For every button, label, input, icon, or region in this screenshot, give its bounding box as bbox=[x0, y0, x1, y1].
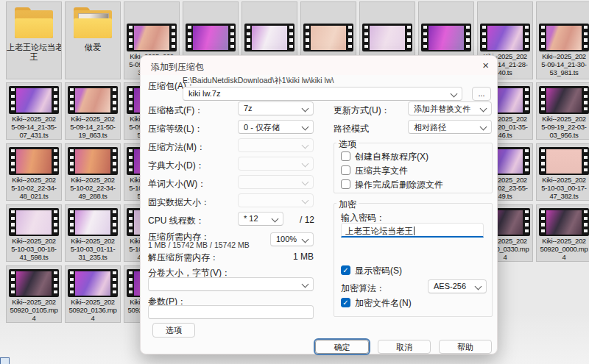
close-icon[interactable]: × bbox=[482, 59, 489, 72]
bottom-left-app-icon[interactable] bbox=[0, 357, 10, 364]
chevron-down-icon bbox=[302, 124, 309, 131]
file-name: Kiki--2025_2025-10-03_00-18-41_598.ts bbox=[7, 238, 61, 261]
update-mode-dropdown[interactable]: 添加并替换文件 bbox=[408, 101, 492, 115]
cpu-threads-label: CPU 线程数： bbox=[148, 215, 205, 227]
algorithm-dropdown[interactable]: AES-256 bbox=[428, 279, 487, 293]
file-name: Kiki--2025_20250920_0000.mp4 bbox=[537, 238, 589, 261]
text-caret bbox=[414, 226, 415, 235]
dictionary-dropdown bbox=[238, 157, 314, 171]
video-thumbnail bbox=[539, 208, 589, 236]
decompress-memory-label: 解压缩所需内存： bbox=[148, 251, 219, 264]
split-size-dropdown[interactable] bbox=[148, 277, 314, 291]
video-thumbnail bbox=[362, 24, 412, 51]
options-group-title: 选项 bbox=[336, 138, 359, 151]
video-thumbnail bbox=[68, 86, 118, 114]
sfx-label[interactable]: 创建自释放程序(X) bbox=[355, 151, 428, 163]
file-tile[interactable]: Kiki--2025_2025-10-02_22-34-48_021.ts bbox=[6, 143, 62, 201]
chevron-down-icon bbox=[302, 236, 309, 243]
path-mode-dropdown[interactable]: 相对路径 bbox=[408, 120, 492, 134]
file-tile[interactable]: Kiki--2025_2025-09-19_22-03-03_956.ts bbox=[536, 82, 589, 140]
help-button[interactable]: 帮助 bbox=[439, 340, 492, 354]
video-thumbnail bbox=[480, 24, 530, 51]
file-name: 上老王论坛当老王 bbox=[7, 43, 61, 62]
show-password-checkbox[interactable]: ✓ bbox=[341, 265, 350, 275]
file-name: Kiki--2025_2025-09-14_21-30-53_981.ts bbox=[537, 53, 589, 76]
file-tile[interactable]: Kiki--2025_20250920_0000.mp4 bbox=[536, 204, 589, 262]
cpu-threads-dropdown[interactable]: * 12 bbox=[238, 212, 283, 226]
path-mode-label: 路径模式 bbox=[334, 123, 369, 135]
cpu-threads-max: / 12 bbox=[300, 215, 314, 225]
folder-tile[interactable]: 上老王论坛当老王 bbox=[6, 1, 62, 79]
file-tile[interactable]: Kiki--2025_2025-09-14_21-30-53_981.ts bbox=[536, 1, 589, 79]
memory-detail: 1 MB / 15742 MB / 15742 MB bbox=[148, 240, 250, 249]
file-tile[interactable]: Kiki--2025_2025-10-02_22-34-49_288.ts bbox=[65, 143, 121, 201]
file-tile[interactable]: Kiki--2025_2025-10-03_01-11-31_235.ts bbox=[65, 204, 121, 262]
file-tile[interactable]: Kiki--2025_2025-09-14_21-35-07_431.ts bbox=[6, 82, 62, 140]
chevron-down-icon bbox=[302, 105, 309, 113]
file-name: Kiki--2025_2025-09-19_22-03-03_956.ts bbox=[537, 115, 589, 139]
chevron-down-icon bbox=[451, 90, 458, 98]
ok-button[interactable]: 确定 bbox=[315, 340, 369, 354]
sfx-checkbox[interactable] bbox=[341, 151, 350, 161]
dictionary-label: 字典大小(D)： bbox=[148, 160, 205, 172]
word-size-dropdown bbox=[238, 175, 314, 189]
show-password-label[interactable]: 显示密码(S) bbox=[355, 265, 402, 277]
video-thumbnail bbox=[539, 86, 589, 114]
parameters-input[interactable] bbox=[148, 305, 314, 319]
chevron-down-icon bbox=[302, 281, 309, 288]
video-thumbnail bbox=[421, 24, 471, 51]
algorithm-label: 加密算法： bbox=[341, 282, 385, 295]
file-tile[interactable]: Kiki--2025_20250920_0105.mp4 bbox=[6, 265, 62, 323]
word-size-label: 单词大小(W)： bbox=[148, 178, 206, 190]
chevron-down-icon bbox=[302, 142, 309, 149]
file-tile[interactable]: Kiki--2025_2025-10-03_00-18-41_598.ts bbox=[6, 204, 62, 262]
video-thumbnail bbox=[186, 24, 236, 51]
video-thumbnail bbox=[68, 147, 118, 175]
file-name: Kiki--2025_2025-10-03_00-17-47_382.ts bbox=[537, 176, 589, 200]
method-dropdown bbox=[238, 138, 314, 152]
encrypt-names-checkbox[interactable]: ✓ bbox=[341, 298, 350, 307]
delete-source-checkbox[interactable] bbox=[341, 179, 350, 189]
file-tile[interactable]: Kiki--2025_2025-09-14_21-50-19_863.ts bbox=[65, 82, 121, 140]
file-tile[interactable]: Kiki--2025_2025-10-03_00-17-47_382.ts bbox=[536, 143, 589, 201]
video-thumbnail bbox=[68, 269, 118, 297]
solid-size-dropdown bbox=[238, 193, 314, 207]
folder-icon bbox=[71, 7, 114, 40]
archive-path: E:\BaiduNetdiskDownload\补1\kiki lw\kiki … bbox=[183, 76, 334, 86]
options-button[interactable]: 选项 bbox=[152, 323, 195, 338]
decompress-memory-value: 1 MB bbox=[293, 251, 314, 262]
add-to-archive-dialog: 添加到压缩包 × 压缩包(A)： E:\BaiduNetdiskDownload… bbox=[140, 55, 498, 354]
archive-name-combobox[interactable]: kiki lw.7z bbox=[183, 87, 462, 101]
video-thumbnail bbox=[127, 24, 177, 51]
memory-percent-dropdown[interactable]: 100% bbox=[270, 232, 314, 246]
method-label: 压缩方法(M)： bbox=[148, 141, 205, 154]
chevron-down-icon bbox=[475, 283, 482, 290]
folder-tile[interactable]: 做爱 bbox=[65, 1, 121, 79]
chevron-down-icon bbox=[302, 197, 309, 204]
encrypt-names-label[interactable]: 加密文件名(N) bbox=[355, 297, 412, 310]
video-thumbnail bbox=[9, 147, 59, 175]
file-tile[interactable]: Kiki--2025_20250920_0136.mp4 bbox=[65, 265, 121, 323]
folder-icon bbox=[13, 7, 55, 40]
video-thumbnail bbox=[539, 24, 589, 51]
browse-button[interactable]: ... bbox=[472, 87, 491, 101]
shared-files-checkbox[interactable] bbox=[341, 165, 350, 175]
format-dropdown[interactable]: 7z bbox=[238, 101, 314, 115]
shared-files-label[interactable]: 压缩共享文件 bbox=[355, 165, 408, 177]
level-dropdown[interactable]: 0 - 仅存储 bbox=[238, 120, 314, 134]
chevron-down-icon bbox=[302, 160, 309, 168]
video-thumbnail bbox=[9, 269, 59, 297]
solid-size-label: 固实数据大小： bbox=[148, 196, 210, 209]
video-thumbnail bbox=[303, 24, 353, 51]
file-name: Kiki--2025_2025-10-03_01-11-31_235.ts bbox=[66, 238, 120, 261]
chevron-down-icon bbox=[302, 179, 309, 186]
delete-source-label[interactable]: 操作完成后删除源文件 bbox=[355, 179, 443, 191]
update-mode-label: 更新方式(U)： bbox=[334, 104, 390, 117]
file-name: Kiki--2025_2025-10-02_22-34-48_021.ts bbox=[7, 176, 61, 200]
file-name: Kiki--2025_20250920_0136.mp4 bbox=[66, 299, 120, 322]
password-input[interactable]: 上老王论坛当老王 bbox=[341, 223, 484, 238]
file-name: Kiki--2025_20250920_0105.mp4 bbox=[7, 299, 61, 322]
cancel-button[interactable]: 取消 bbox=[378, 340, 431, 354]
file-name: Kiki--2025_2025-09-14_21-50-19_863.ts bbox=[66, 115, 120, 139]
format-label: 压缩格式(F)： bbox=[148, 104, 203, 117]
